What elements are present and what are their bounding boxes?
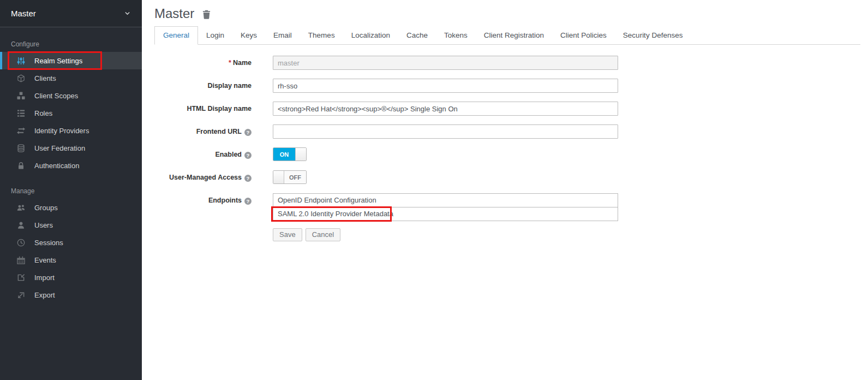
user-icon — [16, 221, 25, 229]
field-control-display-name — [273, 79, 618, 93]
tab-client-registration[interactable]: Client Registration — [476, 27, 552, 44]
actions-spacer — [154, 228, 252, 241]
field-control-endpoints: OpenID Endpoint ConfigurationSAML 2.0 Id… — [273, 193, 618, 221]
sidebar-item-realm-settings[interactable]: Realm Settings — [0, 52, 142, 69]
tab-cache[interactable]: Cache — [398, 27, 436, 44]
sidebar-item-sessions[interactable]: Sessions — [0, 234, 142, 251]
export-icon — [16, 290, 25, 299]
form-row-user-managed-access: User-Managed Access?OFF — [154, 170, 860, 185]
sidebar-item-label: Authentication — [34, 162, 79, 170]
help-icon[interactable]: ? — [244, 175, 252, 182]
toggle-handle[interactable] — [295, 148, 306, 161]
sidebar-item-identity-providers[interactable]: Identity Providers — [0, 122, 142, 139]
form-row-name: *Name — [154, 56, 860, 70]
lock-icon — [16, 161, 25, 170]
help-icon[interactable]: ? — [244, 129, 252, 136]
sidebar-item-groups[interactable]: Groups — [0, 199, 142, 216]
sidebar-item-clients[interactable]: Clients — [0, 69, 142, 87]
form-row-frontend-url: Frontend URL? — [154, 124, 860, 139]
tab-email[interactable]: Email — [265, 27, 300, 44]
section-label-manage: Manage — [0, 174, 142, 199]
sidebar-item-user-federation[interactable]: User Federation — [0, 139, 142, 157]
endpoint-link-openid-endpoint-configuration[interactable]: OpenID Endpoint Configuration — [273, 193, 618, 207]
tab-client-policies[interactable]: Client Policies — [552, 27, 615, 44]
sidebar-item-events[interactable]: Events — [0, 251, 142, 269]
sidebar-item-export[interactable]: Export — [0, 286, 142, 304]
frontend-url-input[interactable] — [273, 124, 618, 139]
sidebar-item-label: Roles — [34, 109, 52, 117]
field-control-frontend-url — [273, 124, 618, 139]
tab-themes[interactable]: Themes — [300, 27, 343, 44]
cube-icon — [16, 74, 25, 82]
user-managed-access-toggle[interactable]: OFF — [273, 170, 307, 184]
field-label-user-managed-access: User-Managed Access? — [154, 170, 252, 185]
realm-selector-dropdown[interactable]: Master — [0, 0, 142, 27]
form-row-enabled: Enabled?ON — [154, 147, 860, 162]
field-control-name — [273, 56, 618, 70]
cancel-button[interactable]: Cancel — [306, 228, 340, 241]
trash-icon[interactable] — [202, 10, 211, 19]
sidebar-item-label: User Federation — [34, 144, 85, 152]
sidebar-item-label: Import — [34, 274, 55, 282]
sidebar-item-label: Clients — [34, 74, 56, 82]
endpoint-link-saml-2-0-identity-provider-metadata[interactable]: SAML 2.0 Identity Provider Metadata — [273, 207, 618, 221]
field-label-name: *Name — [154, 56, 252, 70]
field-label-endpoints: Endpoints? — [154, 193, 252, 221]
sidebar-item-label: Identity Providers — [34, 127, 89, 135]
form-row-display-name: Display name — [154, 79, 860, 93]
form-row-endpoints: Endpoints?OpenID Endpoint ConfigurationS… — [154, 193, 860, 221]
import-icon — [16, 273, 25, 282]
page-header: Master — [154, 5, 860, 22]
sidebar-item-label: Client Scopes — [34, 92, 78, 100]
actions-buttons: SaveCancel — [273, 228, 618, 241]
database-icon — [16, 144, 25, 152]
sidebar-item-label: Realm Settings — [34, 57, 82, 65]
sidebar-item-users[interactable]: Users — [0, 216, 142, 234]
realm-settings-form: *NameDisplay nameHTML Display nameFronte… — [154, 56, 860, 241]
keycloak-admin-console: Master ConfigureRealm SettingsClientsCli… — [0, 0, 868, 380]
tasks-icon — [16, 109, 25, 117]
chevron-down-icon — [124, 10, 131, 17]
field-control-enabled: ON — [273, 147, 618, 162]
field-label-html-display-name: HTML Display name — [154, 102, 252, 116]
sliders-icon — [16, 56, 25, 65]
sidebar-item-label: Groups — [34, 204, 58, 212]
field-label-frontend-url: Frontend URL? — [154, 124, 252, 139]
name-input — [273, 56, 618, 70]
tab-localization[interactable]: Localization — [343, 27, 398, 44]
realm-selector-label: Master — [11, 9, 36, 18]
sidebar-item-client-scopes[interactable]: Client Scopes — [0, 87, 142, 104]
calendar-icon — [16, 256, 25, 264]
enabled-toggle[interactable]: ON — [273, 147, 307, 161]
main-content: Master GeneralLoginKeysEmailThemesLocali… — [142, 0, 868, 380]
form-actions: SaveCancel — [154, 228, 860, 241]
sidebar-item-authentication[interactable]: Authentication — [0, 157, 142, 174]
help-icon[interactable]: ? — [244, 198, 252, 205]
html-display-name-input[interactable] — [273, 102, 618, 116]
field-label-display-name: Display name — [154, 79, 252, 93]
required-asterisk: * — [229, 59, 231, 67]
form-row-html-display-name: HTML Display name — [154, 102, 860, 116]
toggle-state-label: OFF — [284, 171, 306, 183]
tab-security-defenses[interactable]: Security Defenses — [615, 27, 691, 44]
display-name-input[interactable] — [273, 79, 618, 93]
toggle-handle[interactable] — [273, 171, 284, 183]
group-icon — [16, 203, 25, 212]
tab-login[interactable]: Login — [198, 27, 232, 44]
sidebar-item-label: Users — [34, 221, 53, 229]
help-icon[interactable]: ? — [244, 152, 252, 159]
sidebar-item-label: Sessions — [34, 239, 63, 247]
sidebar: Master ConfigureRealm SettingsClientsCli… — [0, 0, 142, 380]
sidebar-item-import[interactable]: Import — [0, 269, 142, 286]
field-label-enabled: Enabled? — [154, 147, 252, 162]
sidebar-item-roles[interactable]: Roles — [0, 104, 142, 122]
field-control-user-managed-access: OFF — [273, 170, 618, 185]
tab-general[interactable]: General — [154, 26, 198, 45]
field-control-html-display-name — [273, 102, 618, 116]
save-button[interactable]: Save — [273, 228, 302, 241]
tab-tokens[interactable]: Tokens — [436, 27, 476, 44]
tab-keys[interactable]: Keys — [232, 27, 265, 44]
sidebar-item-label: Events — [34, 256, 56, 264]
clock-icon — [16, 238, 25, 247]
section-label-configure: Configure — [0, 27, 142, 52]
